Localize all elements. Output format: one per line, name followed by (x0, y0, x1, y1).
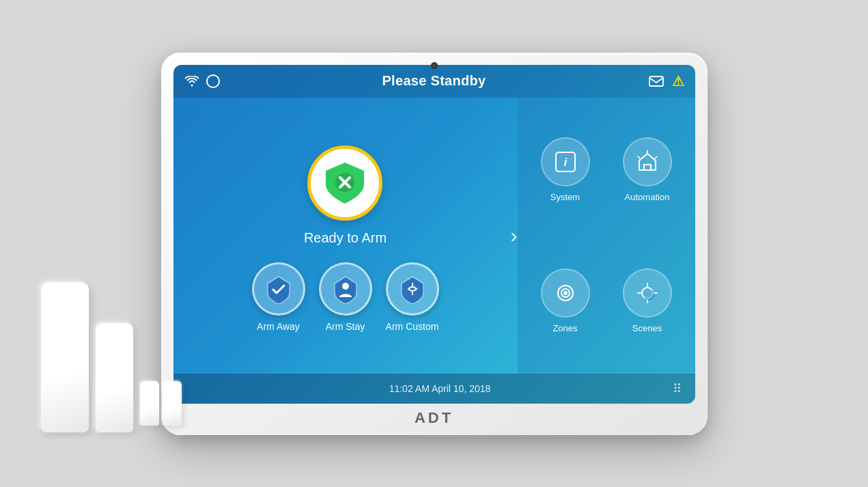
scenes-label: Scenes (632, 323, 662, 333)
adt-keypad: Please Standby ⚠ (161, 53, 708, 435)
arm-stay-label: Arm Stay (326, 321, 365, 332)
grid-menu-icon[interactable]: ⠿ (673, 381, 682, 396)
bottom-bar: 11:02 AM April 10, 2018 ⠿ (173, 374, 695, 404)
datetime: 11:02 AM April 10, 2018 (208, 383, 673, 394)
arm-custom-button[interactable]: Arm Custom (386, 262, 439, 332)
arm-away-circle (252, 262, 305, 316)
right-panel: i System (518, 98, 695, 374)
automation-circle (623, 137, 672, 186)
arm-away-button[interactable]: Arm Away (252, 262, 305, 332)
svg-point-7 (563, 291, 568, 295)
left-panel: Ready to Arm Arm Away (173, 98, 518, 374)
system-circle: i (541, 137, 590, 186)
status-bar: Please Standby ⚠ (173, 65, 695, 98)
automation-button[interactable]: Automation (611, 109, 684, 232)
arm-buttons-row: Arm Away Arm Stay (252, 262, 439, 332)
system-button[interactable]: i System (529, 109, 602, 232)
main-content: Ready to Arm Arm Away (173, 98, 695, 374)
zones-button[interactable]: Zones (529, 240, 602, 363)
arm-away-icon (264, 274, 294, 304)
alert-icon: ⚠ (672, 73, 684, 89)
shield-icon (322, 160, 368, 206)
sensors-group (41, 282, 182, 432)
screen: Please Standby ⚠ (173, 65, 695, 404)
system-label: System (550, 192, 580, 202)
signal-circle-icon (206, 74, 220, 88)
wifi-icon (184, 76, 199, 87)
zones-icon (553, 281, 578, 305)
sensor-small-1 (140, 381, 159, 426)
svg-point-2 (342, 283, 349, 290)
arm-custom-label: Arm Custom (386, 321, 439, 332)
scenes-button[interactable]: Scenes (611, 240, 684, 363)
zones-label: Zones (552, 323, 577, 333)
scenes-circle (623, 268, 672, 318)
ready-to-arm-section[interactable]: Ready to Arm (304, 145, 387, 246)
automation-label: Automation (625, 192, 670, 202)
zones-circle (541, 268, 590, 318)
scenes-icon (635, 281, 660, 305)
adt-logo: ADT (415, 409, 453, 427)
sensor-small-group (140, 381, 182, 426)
svg-text:i: i (563, 156, 567, 168)
sensor-medium (96, 323, 133, 432)
arm-custom-icon (397, 274, 428, 304)
sensor-large (41, 282, 89, 432)
status-icons-right: ⚠ (649, 73, 684, 89)
chevron-right-icon[interactable]: › (511, 224, 518, 247)
camera (431, 62, 438, 69)
arm-custom-circle (386, 262, 439, 316)
arm-stay-circle (319, 262, 372, 316)
ready-circle (307, 145, 382, 221)
status-icons-left (184, 74, 220, 88)
mail-icon (649, 76, 664, 87)
automation-icon (635, 150, 660, 174)
ready-to-arm-label: Ready to Arm (304, 230, 387, 246)
system-icon: i (553, 150, 578, 174)
status-title: Please Standby (220, 73, 649, 89)
right-grid: i System (529, 109, 684, 363)
svg-rect-0 (649, 76, 663, 86)
arm-stay-button[interactable]: Arm Stay (319, 262, 372, 332)
arm-stay-icon (331, 274, 361, 304)
arm-away-label: Arm Away (257, 321, 300, 332)
sensor-small-2 (163, 381, 182, 426)
